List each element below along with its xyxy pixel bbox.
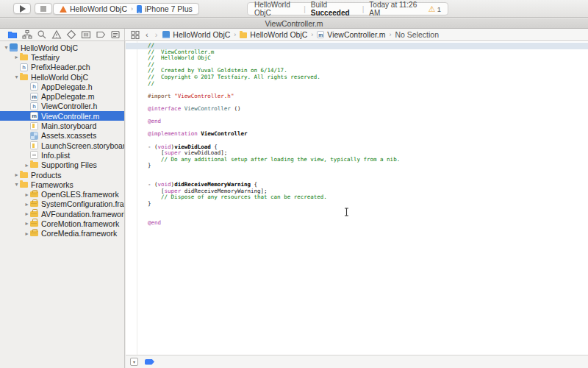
status-divider: | xyxy=(362,5,365,13)
code-line xyxy=(126,213,588,220)
debug-navigator-button[interactable] xyxy=(81,29,91,40)
disclosure-triangle-icon[interactable]: ▸ xyxy=(13,54,20,60)
code-token: ViewController xyxy=(184,105,231,112)
file-tree-item[interactable]: hPrefixHeader.pch xyxy=(0,63,124,72)
code-token: // HelloWorld ObjC xyxy=(148,54,211,61)
related-items-icon[interactable] xyxy=(130,29,140,40)
folder-icon xyxy=(240,32,247,38)
project-file-icon xyxy=(10,43,18,52)
file-name-label: Testfairy xyxy=(31,53,60,62)
code-token: @end xyxy=(148,118,161,124)
source-editor[interactable]: //// ViewController.m// HelloWorld ObjC/… xyxy=(126,41,588,355)
code-line: } xyxy=(126,201,588,208)
file-tree-item[interactable]: hViewController.h xyxy=(0,102,124,111)
code-token: ViewController xyxy=(201,130,247,137)
code-token: @interface xyxy=(148,105,181,112)
file-tree-item[interactable]: Main.storyboard xyxy=(0,121,124,130)
stop-button[interactable] xyxy=(35,3,52,14)
breadcrumb-item[interactable]: HelloWorld ObjC xyxy=(240,30,307,39)
toolbar: HelloWorld ObjC › iPhone 7 Plus HelloWor… xyxy=(0,0,588,18)
file-tree-item[interactable]: ▸AVFoundation.framework xyxy=(0,209,124,219)
scheme-device-label[interactable]: iPhone 7 Plus xyxy=(145,4,193,13)
symbol-navigator-button[interactable] xyxy=(22,29,32,40)
code-token: () xyxy=(231,105,241,112)
code-token: } xyxy=(148,162,151,169)
file-tree-item[interactable]: LaunchScreen.storyboard xyxy=(0,141,124,150)
warning-count: 1 xyxy=(437,5,441,13)
disclosure-triangle-icon[interactable]: ▾ xyxy=(13,74,20,80)
folder-file-icon xyxy=(20,74,28,80)
file-tree-item[interactable]: hAppDelegate.h xyxy=(0,82,124,91)
status-project-label: HelloWorld ObjC xyxy=(254,1,298,17)
testfairy-logo-icon xyxy=(60,6,67,13)
storyboard-file-icon xyxy=(30,141,38,149)
activity-viewer[interactable]: HelloWorld ObjC | Build Succeeded | Toda… xyxy=(247,2,448,15)
editor-bottom-bar: ▾ xyxy=(126,355,588,368)
breadcrumb-item[interactable]: HelloWorld ObjC xyxy=(162,30,230,39)
breadcrumb-separator-icon: › xyxy=(234,31,236,38)
file-tree-item[interactable]: ▸Products xyxy=(0,170,124,180)
breakpoint-navigator-button[interactable] xyxy=(96,29,106,40)
h-file-icon: h xyxy=(30,82,38,91)
document-items-button[interactable]: ▾ xyxy=(130,358,138,366)
disclosure-triangle-icon[interactable]: ▸ xyxy=(24,201,30,208)
disclosure-triangle-icon[interactable]: ▸ xyxy=(24,210,30,217)
chevron-right-icon: › xyxy=(131,5,133,13)
breadcrumb-item[interactable]: No Selection xyxy=(395,30,440,39)
file-name-label: ViewController.h xyxy=(41,102,97,110)
mfile-icon: m xyxy=(317,31,324,38)
navigation-bars: ‹ › HelloWorld ObjC›HelloWorld ObjC›mVie… xyxy=(0,29,588,41)
disclosure-triangle-icon[interactable]: ▸ xyxy=(24,191,30,198)
status-divider: | xyxy=(304,5,306,13)
disclosure-triangle-icon[interactable]: ▸ xyxy=(24,220,30,227)
disclosure-triangle-icon[interactable]: ▸ xyxy=(24,162,30,169)
file-name-label: Main.storyboard xyxy=(41,121,96,130)
breakpoint-toggle-icon[interactable] xyxy=(145,359,154,365)
go-forward-button[interactable]: › xyxy=(154,30,159,39)
go-back-button[interactable]: ‹ xyxy=(144,30,150,39)
file-name-label: CoreMotion.framework xyxy=(41,219,119,228)
disclosure-triangle-icon[interactable]: ▾ xyxy=(13,181,20,188)
breadcrumb-label: HelloWorld ObjC xyxy=(173,30,230,39)
issue-navigator-button[interactable] xyxy=(51,29,62,40)
window-title: ViewController.m xyxy=(265,19,323,28)
folder-file-icon xyxy=(30,162,38,168)
file-tree-item[interactable]: mAppDelegate.m xyxy=(0,91,124,101)
code-token: "ViewController.h" xyxy=(174,93,234,99)
scheme-selector[interactable]: HelloWorld ObjC › iPhone 7 Plus xyxy=(53,3,199,15)
file-tree-item[interactable]: ▸CoreMotion.framework xyxy=(0,219,124,228)
assets-file-icon xyxy=(30,132,38,140)
disclosure-triangle-icon[interactable]: ▾ xyxy=(3,44,10,51)
code-token: @implementation xyxy=(148,130,198,137)
file-tree-item[interactable]: ▸Supporting Files xyxy=(0,160,124,170)
find-navigator-button[interactable] xyxy=(37,29,47,40)
window-title-bar: ViewController.m xyxy=(0,18,588,29)
code-area[interactable]: //// ViewController.m// HelloWorld ObjC/… xyxy=(126,43,588,226)
run-button[interactable] xyxy=(13,3,31,14)
disclosure-triangle-icon[interactable]: ▸ xyxy=(24,230,30,237)
project-navigator[interactable]: ▾HelloWorld ObjC▸TestfairyhPrefixHeader.… xyxy=(0,41,125,368)
breadcrumb: HelloWorld ObjC›HelloWorld ObjC›mViewCon… xyxy=(162,30,439,39)
report-navigator-button[interactable] xyxy=(110,29,121,40)
file-tree-item[interactable]: ▸OpenGLES.framework xyxy=(0,189,124,199)
file-tree-item[interactable]: Info.plist xyxy=(0,150,124,160)
file-tree-item[interactable]: ▾Frameworks xyxy=(0,180,124,189)
file-name-label: HelloWorld ObjC xyxy=(31,73,88,82)
disclosure-triangle-icon[interactable]: ▸ xyxy=(13,171,20,178)
file-tree-item[interactable]: ▸SystemConfiguration.framework xyxy=(0,199,124,209)
file-tree-item[interactable]: mViewController.m xyxy=(0,111,124,121)
file-tree-item[interactable]: ▸CoreMedia.framework xyxy=(0,229,124,238)
file-tree-item[interactable]: Assets.xcassets xyxy=(0,131,124,141)
file-tree-item[interactable]: ▾HelloWorld ObjC xyxy=(0,72,124,82)
file-tree-item[interactable]: ▸Testfairy xyxy=(0,52,124,62)
file-tree-item[interactable]: ▾HelloWorld ObjC xyxy=(0,43,124,52)
warning-badge[interactable]: ⚠ 1 xyxy=(429,5,441,13)
h-file-icon: h xyxy=(20,63,28,71)
code-line xyxy=(126,207,588,213)
project-navigator-button[interactable] xyxy=(7,29,18,40)
test-navigator-button[interactable] xyxy=(66,29,76,40)
jump-bar: ‹ › HelloWorld ObjC›HelloWorld ObjC›mVie… xyxy=(125,29,588,40)
breadcrumb-item[interactable]: mViewController.m xyxy=(317,30,385,39)
plist-file-icon xyxy=(30,151,38,159)
scheme-project-label[interactable]: HelloWorld ObjC xyxy=(70,4,127,13)
